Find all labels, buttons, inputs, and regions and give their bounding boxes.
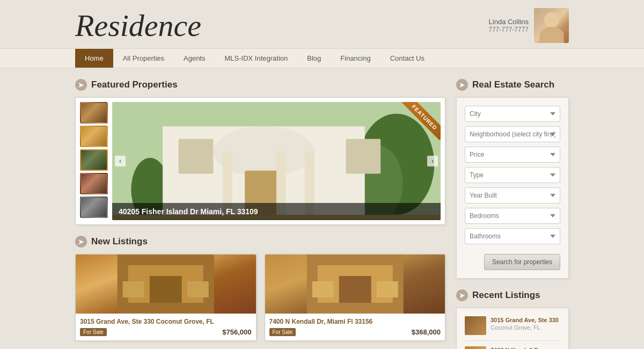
featured-ribbon-wrap: FEATURED — [398, 102, 441, 145]
listing-meta-2: For Sale $368,000 — [269, 328, 441, 336]
listing-photo-1 — [76, 255, 256, 314]
new-listings-arrow-icon: ➤ — [75, 236, 87, 248]
agent-details: Linda Collins 777-777-7777 — [488, 18, 529, 33]
listing-price-1: $756,000 — [222, 328, 251, 336]
photo-caption: 40205 Fisher Island Dr Miami, FL 33109 — [112, 203, 441, 220]
featured-arrow-icon: ➤ — [75, 79, 87, 91]
listing-address-1: 3015 Grand Ave, Ste 330 Coconut Grove, F… — [80, 318, 252, 325]
nav-item-financing[interactable]: Financing — [331, 49, 380, 68]
nav-item-home[interactable]: Home — [75, 49, 113, 68]
search-title: Real Estate Search — [472, 79, 554, 90]
featured-header: ➤ Featured Properties — [75, 79, 445, 91]
agent-name: Linda Collins — [488, 18, 529, 26]
nav-item-all-properties[interactable]: All Properties — [113, 49, 174, 68]
svg-rect-15 — [150, 276, 182, 303]
recent-title: Recent Listings — [472, 290, 540, 301]
new-listings-title: New Listings — [91, 236, 148, 247]
svg-rect-21 — [312, 281, 333, 297]
logo[interactable]: Residence — [75, 10, 201, 41]
agent-phone: 777-777-7777 — [488, 26, 529, 33]
new-listings-grid: 3015 Grand Ave, Ste 330 Coconut Grove, F… — [75, 254, 445, 341]
svg-rect-16 — [123, 281, 144, 297]
agent-photo — [534, 8, 569, 43]
main-featured-photo[interactable]: FEATURED ‹ › 40205 Fisher Island Dr Miam… — [112, 102, 441, 220]
recent-arrow-icon: ➤ — [456, 289, 468, 301]
right-column: ➤ Real Estate Search City Neighborhood (… — [456, 79, 569, 349]
featured-title: Featured Properties — [91, 79, 178, 90]
search-arrow-icon: ➤ — [456, 79, 468, 91]
listing-status-1: For Sale — [80, 328, 107, 336]
listing-meta-1: For Sale $756,000 — [80, 328, 252, 336]
listing-status-2: For Sale — [269, 328, 296, 336]
svg-rect-8 — [346, 139, 380, 174]
thumbnail-list — [80, 102, 108, 220]
svg-rect-20 — [339, 276, 371, 303]
recent-info-2: 7400 N Kendall Dr, Miami Fl 33156 — [491, 346, 560, 349]
photo-next-btn[interactable]: › — [427, 156, 438, 166]
nav-item-agents[interactable]: Agents — [174, 49, 215, 68]
featured-container: FEATURED ‹ › 40205 Fisher Island Dr Miam… — [75, 97, 445, 225]
svg-rect-7 — [179, 139, 214, 174]
recent-thumb-2 — [465, 346, 486, 349]
recent-city-1: Coconut Grove, FL — [491, 324, 559, 331]
recent-info-1: 3015 Grand Ave, Ste 330 Coconut Grove, F… — [491, 316, 559, 335]
listing-card-2[interactable]: 7400 N Kendall Dr, Miami Fl 33156 For Sa… — [265, 254, 446, 341]
recent-addr-1: 3015 Grand Ave, Ste 330 — [491, 316, 559, 324]
featured-ribbon: FEATURED — [401, 102, 441, 140]
recent-header: ➤ Recent Listings — [456, 289, 569, 301]
agent-info: Linda Collins 777-777-7777 — [488, 8, 569, 43]
city-select[interactable]: City — [465, 106, 560, 122]
nav: Home All Properties Agents MLS-IDX Integ… — [0, 48, 644, 68]
price-select[interactable]: Price — [465, 147, 560, 163]
listing-address-2: 7400 N Kendall Dr, Miami Fl 33156 — [269, 318, 441, 325]
svg-rect-22 — [376, 281, 398, 297]
year-built-select[interactable]: Year Built — [465, 187, 560, 203]
recent-thumb-1 — [465, 316, 486, 335]
recent-item-1[interactable]: 3015 Grand Ave, Ste 330 Coconut Grove, F… — [465, 316, 560, 341]
listing-card-1[interactable]: 3015 Grand Ave, Ste 330 Coconut Grove, F… — [75, 254, 257, 341]
thumb-4[interactable] — [80, 173, 108, 194]
photo-prev-btn[interactable]: ‹ — [115, 156, 126, 166]
nav-item-blog[interactable]: Blog — [297, 49, 331, 68]
main-content: ➤ Featured Properties — [0, 68, 644, 349]
recent-addr-2: 7400 N Kendall Dr, Miami Fl — [491, 346, 560, 349]
listing-price-2: $368,000 — [412, 328, 441, 336]
search-header: ➤ Real Estate Search — [456, 79, 569, 91]
thumb-2[interactable] — [80, 126, 108, 147]
recent-item-2[interactable]: 7400 N Kendall Dr, Miami Fl 33156 — [465, 346, 560, 349]
thumb-1[interactable] — [80, 102, 108, 123]
svg-rect-17 — [187, 281, 209, 297]
listing-photo-2 — [265, 255, 445, 314]
search-button[interactable]: Search for properties — [484, 254, 560, 270]
new-listings-header: ➤ New Listings — [75, 236, 445, 248]
nav-item-contact[interactable]: Contact Us — [380, 49, 434, 68]
listing-info-2: 7400 N Kendall Dr, Miami Fl 33156 For Sa… — [265, 314, 445, 340]
header: Residence Linda Collins 777-777-7777 — [0, 0, 644, 48]
neighborhood-select[interactable]: Neighborhood (select city first) — [465, 126, 560, 142]
search-panel: City Neighborhood (select city first) Pr… — [456, 97, 569, 279]
type-select[interactable]: Type — [465, 167, 560, 183]
bedrooms-select[interactable]: Bedrooms — [465, 208, 560, 224]
listing-info-1: 3015 Grand Ave, Ste 330 Coconut Grove, F… — [76, 314, 256, 340]
thumb-3[interactable] — [80, 149, 108, 171]
nav-item-mls[interactable]: MLS-IDX Integration — [215, 49, 297, 68]
left-column: ➤ Featured Properties — [75, 79, 445, 349]
recent-panel: 3015 Grand Ave, Ste 330 Coconut Grove, F… — [456, 308, 569, 349]
bathrooms-select[interactable]: Bathrooms — [465, 228, 560, 244]
thumb-5[interactable] — [80, 197, 108, 218]
